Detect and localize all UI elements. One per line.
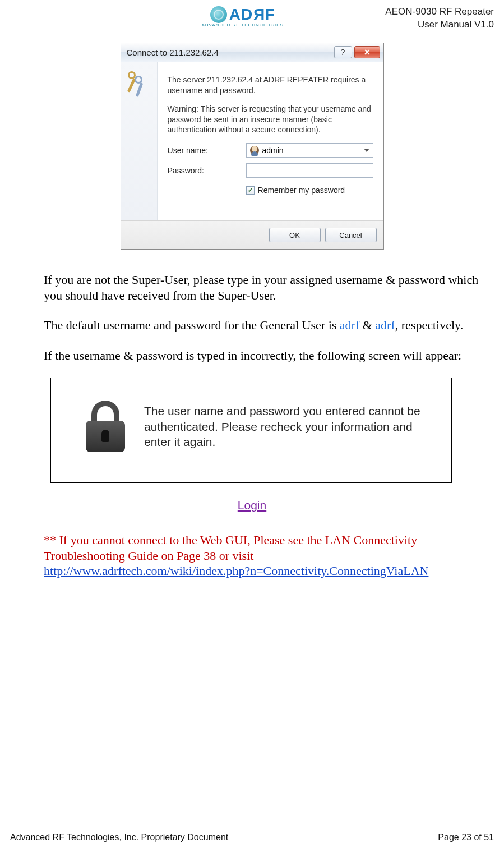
auth-dialog-sidebar (121, 62, 158, 220)
default-password: adrf (375, 318, 395, 332)
footer-left: Advanced RF Technologies, Inc. Proprieta… (10, 832, 228, 843)
paragraph-incorrect: If the username & password is typed in i… (44, 348, 494, 363)
chevron-down-icon[interactable] (364, 149, 369, 152)
remember-password-row[interactable]: ✓ Remember my password (246, 186, 373, 195)
login-link-wrap: Login (10, 499, 494, 512)
p2b: , respectively. (395, 318, 463, 332)
auth-msg-2: Warning: This server is requesting that … (168, 104, 373, 136)
user-icon (250, 146, 259, 155)
page-footer: Advanced RF Technologies, Inc. Proprieta… (10, 832, 494, 843)
auth-error-panel: The user name and password you entered c… (50, 378, 452, 483)
logo-letters: ADRF (229, 6, 275, 24)
footer-right: Page 23 of 51 (438, 832, 494, 843)
doc-title: AEON-9030 RF Repeater User Manual V1.0 (385, 6, 494, 31)
doc-title-line2: User Manual V1.0 (385, 19, 494, 31)
logo: ADRF ADVANCED RF TECHNOLOGIES (100, 6, 385, 27)
troubleshoot-url[interactable]: http://www.adrftech.com/wiki/index.php?n… (44, 564, 428, 578)
logo-mark-icon (210, 6, 227, 23)
default-username: adrf (340, 318, 359, 332)
close-button[interactable]: ✕ (354, 46, 380, 58)
paragraph-super-user: If you are not the Super-User, please ty… (44, 272, 494, 303)
username-input[interactable] (262, 146, 360, 155)
password-label: Password: (168, 166, 246, 175)
troubleshoot-text: ** If you cannot connect to the Web GUI,… (44, 533, 417, 563)
auth-msg-1: The server 211.232.62.4 at ADRF REPEATER… (168, 75, 373, 96)
page-header: ADRF ADVANCED RF TECHNOLOGIES AEON-9030 … (10, 6, 494, 31)
keys-icon (127, 70, 151, 95)
ok-button[interactable]: OK (269, 228, 321, 242)
auth-dialog-buttons: OK Cancel (121, 220, 383, 249)
auth-error-text: The user name and password you entered c… (144, 403, 441, 449)
password-input[interactable] (246, 163, 373, 178)
troubleshoot-note: ** If you cannot connect to the Web GUI,… (44, 532, 494, 579)
lock-icon (84, 401, 127, 452)
remember-password-checkbox[interactable]: ✓ (246, 186, 255, 195)
username-label: User name: (168, 146, 246, 155)
logo-subtitle: ADVANCED RF TECHNOLOGIES (201, 22, 283, 27)
p2amp: & (359, 318, 375, 332)
login-link[interactable]: Login (238, 499, 266, 512)
auth-dialog: Connect to 211.232.62.4 ? ✕ The server 2… (121, 43, 384, 250)
cancel-button[interactable]: Cancel (325, 228, 377, 242)
help-button[interactable]: ? (334, 46, 352, 58)
remember-password-label: Remember my password (258, 186, 345, 195)
auth-dialog-title: Connect to 211.232.62.4 (127, 48, 332, 57)
paragraph-default-creds: The default username and password for th… (44, 317, 494, 333)
auth-dialog-titlebar: Connect to 211.232.62.4 ? ✕ (121, 43, 383, 62)
p2a: The default username and password for th… (44, 318, 340, 332)
doc-title-line1: AEON-9030 RF Repeater (385, 6, 494, 19)
username-combobox[interactable] (246, 143, 373, 158)
